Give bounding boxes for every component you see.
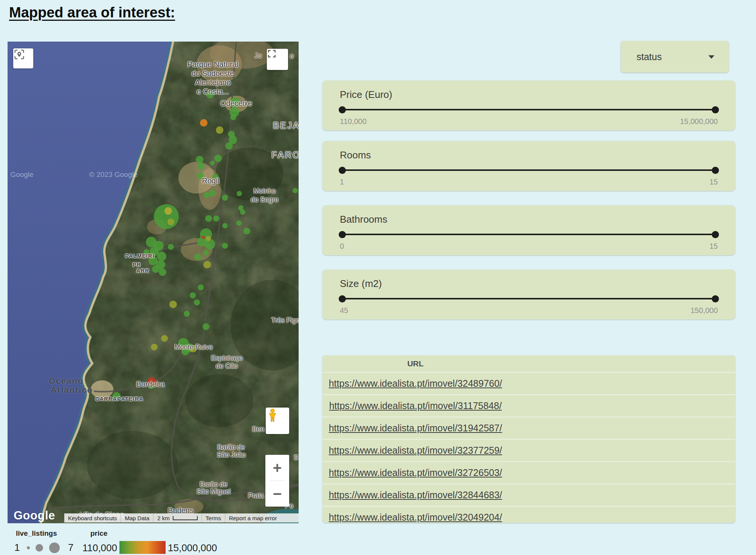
listing-marker[interactable] — [209, 190, 215, 197]
listing-marker[interactable] — [200, 119, 208, 127]
slider-max-value: 15,000,000 — [680, 117, 718, 126]
chevron-down-icon — [708, 55, 714, 59]
listing-marker[interactable] — [189, 345, 197, 352]
map[interactable]: Parque Naturaldo SudoesteAlentejanoe Cos… — [8, 42, 299, 523]
pegman-icon — [266, 408, 279, 424]
listing-marker[interactable] — [236, 220, 242, 226]
listing-marker[interactable] — [203, 323, 209, 330]
listing-marker[interactable] — [216, 126, 223, 134]
listing-url-link[interactable]: https://www.idealista.pt/imovel/32377259… — [329, 445, 502, 456]
listing-marker[interactable] — [144, 249, 149, 254]
listing-marker[interactable] — [196, 156, 203, 163]
listing-marker[interactable] — [214, 155, 222, 162]
status-dropdown[interactable]: status — [621, 41, 729, 73]
location-pin-icon — [13, 48, 25, 60]
size-slider-track[interactable] — [340, 295, 717, 302]
size-slider-handle-min[interactable] — [339, 295, 346, 302]
pegman-button[interactable] — [266, 408, 289, 434]
bathrooms-slider-track[interactable] — [340, 231, 717, 238]
bathrooms-filter-panel: Bathrooms 0 15 — [322, 205, 735, 255]
listing-marker[interactable] — [167, 219, 174, 225]
listing-marker[interactable] — [206, 236, 211, 241]
price-slider-track[interactable] — [340, 106, 717, 113]
listing-marker[interactable] — [161, 335, 168, 342]
listing-marker[interactable] — [222, 223, 228, 228]
map-attribution-item[interactable]: Terms — [201, 513, 225, 522]
listing-marker[interactable] — [210, 161, 215, 165]
slider-label: Rooms — [340, 149, 371, 161]
listing-marker[interactable] — [293, 188, 298, 193]
listing-marker[interactable] — [230, 97, 240, 107]
listing-marker[interactable] — [237, 191, 242, 196]
status-dropdown-label: status — [637, 51, 662, 62]
listing-marker[interactable] — [150, 247, 159, 256]
listing-url-link[interactable]: https://www.idealista.pt/imovel/32844683… — [329, 490, 502, 501]
table-row: https://www.idealista.pt/imovel/32049204… — [322, 506, 735, 523]
listing-marker[interactable] — [203, 250, 209, 256]
listing-marker[interactable] — [240, 209, 245, 215]
listing-url-link[interactable]: https://www.idealista.pt/imovel/32726503… — [329, 467, 502, 478]
map-attribution-item: 2 km — [153, 513, 201, 522]
listing-marker[interactable] — [198, 163, 204, 170]
listing-marker[interactable] — [230, 114, 236, 120]
table-row: https://www.idealista.pt/imovel/32844683… — [322, 484, 735, 506]
listing-marker[interactable] — [212, 174, 218, 180]
size-slider-handle-max[interactable] — [712, 295, 719, 302]
listing-marker[interactable] — [205, 215, 212, 222]
listing-marker[interactable] — [159, 268, 166, 276]
map-attribution-item[interactable]: Report a map error — [225, 513, 281, 522]
listing-marker[interactable] — [222, 195, 228, 201]
rooms-slider-handle-min[interactable] — [339, 167, 346, 174]
listing-marker[interactable] — [213, 215, 219, 222]
size-legend-max: 7 — [68, 542, 73, 553]
listing-marker[interactable] — [152, 265, 160, 273]
listing-marker[interactable] — [243, 228, 250, 234]
zoom-in-button[interactable]: + — [265, 455, 289, 481]
listing-marker[interactable] — [164, 207, 172, 215]
google-logo[interactable]: Google — [14, 509, 55, 522]
map-attribution: Keyboard shortcutsMap Data2 kmTermsRepor… — [64, 513, 299, 522]
zoom-out-button[interactable]: − — [265, 481, 289, 507]
listing-marker[interactable] — [148, 383, 154, 389]
rooms-slider-handle-max[interactable] — [712, 167, 719, 174]
size-filter-panel: Size (m2) 45 150,000 — [322, 270, 735, 319]
map-location-button[interactable] — [13, 48, 33, 68]
listing-marker[interactable] — [184, 311, 190, 317]
listing-marker[interactable] — [168, 244, 174, 250]
rooms-slider-track[interactable] — [340, 167, 717, 174]
listing-url-link[interactable]: https://www.idealista.pt/imovel/32489760… — [329, 378, 502, 389]
listing-marker[interactable] — [190, 292, 196, 298]
map-attribution-item[interactable]: Keyboard shortcuts — [64, 513, 121, 522]
listing-url-link[interactable]: https://www.idealista.pt/imovel/32049204… — [329, 512, 502, 523]
listing-url-link[interactable]: https://www.idealista.pt/imovel/31175848… — [329, 400, 502, 411]
bathrooms-slider-handle-max[interactable] — [712, 231, 719, 238]
listing-marker[interactable] — [198, 284, 204, 290]
listing-marker[interactable] — [222, 243, 228, 249]
listing-marker[interactable] — [151, 344, 158, 350]
listing-marker[interactable] — [169, 301, 177, 308]
listing-marker[interactable] — [206, 90, 214, 98]
listing-marker[interactable] — [194, 254, 201, 260]
slider-line — [340, 169, 717, 171]
listing-marker[interactable] — [202, 236, 205, 239]
price-slider-handle-min[interactable] — [339, 106, 346, 113]
slider-min-value: 110,000 — [340, 117, 367, 126]
listing-marker[interactable] — [197, 172, 204, 179]
rooms-filter-panel: Rooms 1 15 — [322, 141, 735, 191]
listing-marker[interactable] — [194, 299, 200, 305]
listing-marker[interactable] — [112, 392, 121, 400]
fullscreen-button[interactable] — [267, 49, 288, 70]
table-row: https://www.idealista.pt/imovel/32726503… — [322, 461, 735, 484]
slider-min-value: 1 — [340, 178, 344, 186]
slider-max-value: 15 — [710, 178, 718, 186]
listing-marker[interactable] — [225, 142, 233, 150]
listing-marker[interactable] — [203, 261, 211, 268]
listing-marker[interactable] — [157, 252, 166, 261]
price-gradient-bar — [119, 541, 166, 554]
price-slider-handle-max[interactable] — [712, 106, 719, 113]
listing-marker[interactable] — [181, 348, 189, 355]
slider-label: Size (m2) — [340, 278, 382, 290]
bathrooms-slider-handle-min[interactable] — [339, 231, 346, 238]
listing-url-link[interactable]: https://www.idealista.pt/imovel/31942587… — [329, 423, 502, 434]
map-attribution-item[interactable]: Map Data — [121, 513, 153, 522]
